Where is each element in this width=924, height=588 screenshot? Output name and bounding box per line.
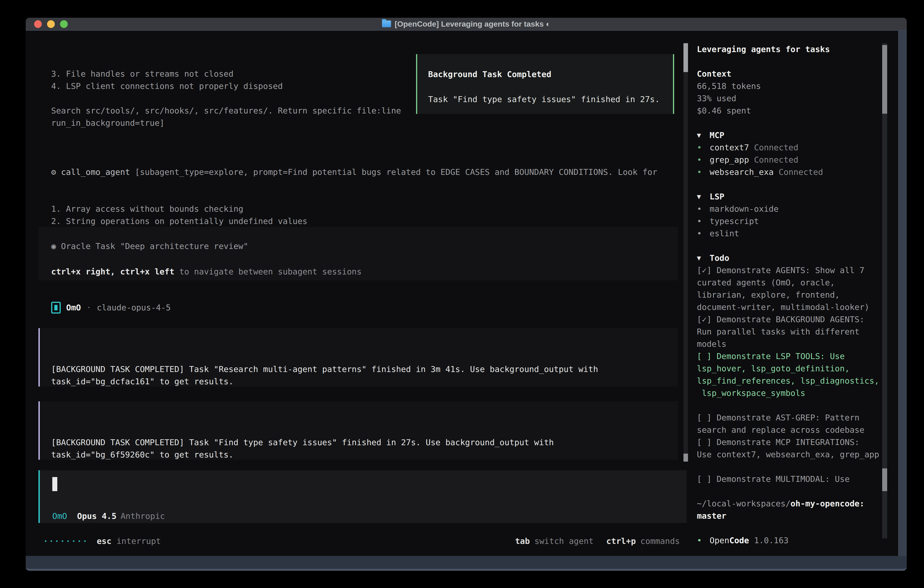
text-cursor <box>52 477 57 491</box>
terminal-window: [OpenCode] Leveraging agents for tasks ◐… <box>26 18 907 571</box>
agent-icon <box>51 302 61 314</box>
lsp-name: markdown-oxide <box>710 203 779 215</box>
agent-name: OmO <box>66 302 81 314</box>
window-bottom-edge <box>26 556 907 571</box>
opencode-name: OpenCode <box>710 534 749 547</box>
workspace-path-name: oh-my-opencode: <box>790 499 865 508</box>
mcp-label: MCP <box>710 129 724 141</box>
opencode-version-number: 1.0.163 <box>754 534 789 547</box>
agent-separator: · <box>86 302 91 314</box>
interrupt-label: interrupt <box>116 535 161 547</box>
spinner-dots: ········ <box>43 535 88 547</box>
main-scrollbar-thumb-bottom[interactable] <box>683 454 688 462</box>
mcp-item-websearch-exa: • websearch_exa Connected <box>697 166 886 178</box>
message-lines: [BACKGROUND TASK COMPLETED] Task "Resear… <box>51 363 678 388</box>
lsp-name: typescript <box>710 215 759 227</box>
workspace-path-prefix: ~/local-workspaces/ <box>697 499 790 508</box>
bullet-icon: • <box>697 154 710 166</box>
toast-body: Task "Find type safety issues" finished … <box>428 93 673 106</box>
interrupt-hint: esc interrupt <box>97 535 161 547</box>
background-task-toast: Background Task Completed Task "Find typ… <box>416 54 674 114</box>
message-lines: [BACKGROUND TASK COMPLETED] Task "Find t… <box>51 436 678 461</box>
context-heading: Context <box>697 68 886 80</box>
nav-hint-text: to navigate between subagent sessions <box>174 267 362 276</box>
session-sidebar: Leveraging agents for tasks Context 66,5… <box>697 43 886 547</box>
bullet-icon: • <box>697 215 710 227</box>
mcp-section-heading[interactable]: ▼ MCP <box>697 129 886 141</box>
prompt-input[interactable]: OmO Opus 4.5 Anthropic <box>38 470 686 523</box>
lsp-name: eslint <box>710 227 739 239</box>
mcp-status: Connected <box>779 166 823 178</box>
lsp-item-typescript: • typescript <box>697 215 886 227</box>
queued-message-2: [BACKGROUND TASK COMPLETED] Task "Find t… <box>38 401 678 460</box>
todo-label: Todo <box>710 252 729 264</box>
bullet-icon: • <box>697 203 710 215</box>
bullet-icon: • <box>697 141 710 154</box>
bullet-icon: • <box>697 227 710 239</box>
todo-done-items: [✓] Demonstrate AGENTS: Show all 7 curat… <box>697 264 886 350</box>
ctrlp-key-hint: ctrl+p <box>606 535 636 547</box>
queued-message-1: [BACKGROUND TASK COMPLETED] Task "Resear… <box>38 328 678 386</box>
main-scrollbar-thumb-top[interactable] <box>683 43 688 72</box>
bullet-icon: • <box>697 534 710 547</box>
window-right-edge <box>898 31 907 556</box>
tab-key-hint: tab <box>515 535 530 547</box>
context-stats: 66,518 tokens 33% used $0.46 spent <box>697 80 886 117</box>
tool-call-args: [subagent_type=explore, prompt=Find pote… <box>130 167 657 177</box>
toast-title: Background Task Completed <box>428 68 673 81</box>
bullet-icon: • <box>697 166 710 178</box>
commands-label: commands <box>640 535 680 547</box>
window-title: [OpenCode] Leveraging agents for tasks ◐ <box>395 20 551 28</box>
title-bar[interactable]: [OpenCode] Leveraging agents for tasks ◐ <box>26 18 907 31</box>
nav-hint-keys: ctrl+x right, ctrl+x left <box>51 267 174 276</box>
status-right-hints: tab switch agent ctrl+p commands <box>515 535 680 547</box>
esc-key-hint: esc <box>97 535 111 547</box>
agent-header: OmO · claude-opus-4-5 <box>51 302 171 314</box>
todo-section-heading[interactable]: ▼ Todo <box>697 252 886 264</box>
mcp-status: Connected <box>754 154 798 166</box>
lsp-section-heading[interactable]: ▼ LSP <box>697 190 886 203</box>
git-branch: master <box>697 510 886 522</box>
chevron-down-icon: ▼ <box>697 190 710 203</box>
session-title: Leveraging agents for tasks <box>697 43 886 56</box>
todo-active-item: [ ] Demonstrate LSP TOOLS: Use lsp_hover… <box>697 350 886 399</box>
input-provider-label: Anthropic <box>120 510 165 522</box>
todo-pending-items: [ ] Demonstrate AST-GREP: Pattern search… <box>697 411 886 461</box>
mcp-name: context7 <box>710 141 749 154</box>
folder-icon <box>382 20 391 27</box>
workspace-path: ~/local-workspaces/oh-my-opencode: <box>697 497 886 510</box>
mcp-item-context7: • context7 Connected <box>697 141 886 154</box>
commands-hint: ctrl+p commands <box>606 535 680 547</box>
tool-call-name: call_omo_agent <box>61 167 130 177</box>
input-model-label: Opus 4.5 <box>77 510 116 522</box>
status-bar: ········ esc interrupt tab switch agent … <box>43 535 680 547</box>
todo-pending-multimodal: [ ] Demonstrate MULTIMODAL: Use <box>697 473 886 485</box>
agent-model: claude-opus-4-5 <box>97 302 171 314</box>
input-agent-label: OmO <box>52 510 67 522</box>
subagent-nav-hint: ctrl+x right, ctrl+x left to navigate be… <box>51 266 678 278</box>
switch-agent-hint: tab switch agent <box>515 535 593 547</box>
lsp-label: LSP <box>710 190 724 203</box>
chevron-down-icon: ▼ <box>697 252 710 264</box>
switch-agent-label: switch agent <box>534 535 593 547</box>
mcp-status: Connected <box>754 141 798 154</box>
oracle-task-label: ◉ Oracle Task "Deep architecture review" <box>51 240 678 253</box>
mcp-name: grep_app <box>710 154 749 166</box>
lsp-item-eslint: • eslint <box>697 227 886 239</box>
mcp-item-grep-app: • grep_app Connected <box>697 154 886 166</box>
gear-icon: ⚙ <box>51 167 56 177</box>
tool-call-line: ⚙ call_omo_agent [subagent_type=explore,… <box>51 166 688 178</box>
mcp-name: websearch_exa <box>710 166 774 178</box>
main-scrollbar-track[interactable] <box>683 43 688 462</box>
chevron-down-icon: ▼ <box>697 129 710 141</box>
lsp-item-markdown-oxide: • markdown-oxide <box>697 203 886 215</box>
opencode-version-line: • OpenCode 1.0.163 <box>697 534 886 547</box>
model-line: OmO Opus 4.5 Anthropic <box>52 510 165 522</box>
oracle-task-box: ◉ Oracle Task "Deep architecture review"… <box>38 227 678 280</box>
